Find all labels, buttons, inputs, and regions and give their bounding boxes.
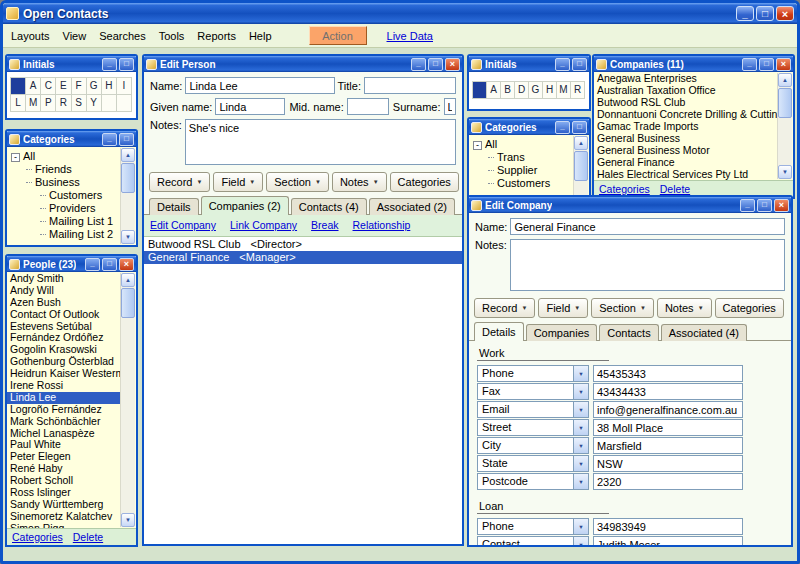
dropdown-arrow-icon[interactable]: ▼	[573, 420, 588, 435]
menu-help[interactable]: Help	[249, 30, 272, 42]
relationship-link[interactable]: Relationship	[353, 219, 411, 231]
initial-cell[interactable]	[101, 94, 117, 112]
categories-link[interactable]: Categories	[12, 531, 63, 543]
minimize-button[interactable]: _	[736, 6, 754, 21]
category-item[interactable]: Supplier	[473, 164, 572, 177]
maximize-button[interactable]: □	[119, 133, 134, 146]
maximize-button[interactable]: □	[102, 258, 117, 271]
tab-associated[interactable]: Associated (2)	[369, 198, 455, 215]
initial-cell[interactable]: I	[116, 77, 132, 95]
scrollbar[interactable]: ▲ ▼	[777, 73, 792, 179]
initial-cell[interactable]: P	[40, 94, 56, 112]
close-button[interactable]: ×	[119, 258, 134, 271]
association-row-selected[interactable]: General Finance <Manager>	[144, 251, 462, 264]
category-item[interactable]: Mailing List 1	[11, 215, 119, 228]
action-button[interactable]: Action	[309, 26, 367, 45]
category-item[interactable]: Providers	[11, 202, 119, 215]
surname-input[interactable]	[444, 98, 457, 115]
scroll-down-button[interactable]: ▼	[778, 165, 792, 179]
section-button[interactable]: Section▼	[266, 172, 329, 192]
field-type-select[interactable]: Street▼	[477, 419, 589, 436]
person-row[interactable]: Heidrun Kaiser Westermeier	[7, 368, 120, 380]
company-row[interactable]: Gamac Trade Imports	[594, 121, 777, 133]
live-data-link[interactable]: Live Data	[387, 30, 433, 42]
initial-cell[interactable]	[472, 81, 487, 99]
dropdown-arrow-icon[interactable]: ▼	[573, 519, 588, 534]
scroll-thumb[interactable]	[574, 151, 588, 181]
field-type-select[interactable]: Contact▼	[477, 536, 589, 545]
category-item[interactable]: -All	[473, 138, 572, 151]
dropdown-arrow-icon[interactable]: ▼	[573, 474, 588, 489]
initial-cell[interactable]: B	[500, 81, 515, 99]
company-row[interactable]: Donnantuoni Concrete Drilling & Cutting	[594, 109, 777, 121]
scrollbar[interactable]: ▲ ▼	[120, 273, 135, 527]
initial-cell[interactable]: L	[10, 94, 26, 112]
initial-cell[interactable]: R	[570, 81, 585, 99]
initial-cell[interactable]: F	[71, 77, 87, 95]
initial-cell[interactable]	[116, 94, 132, 112]
notes-textarea[interactable]: She's nice	[185, 119, 456, 165]
mid-name-input[interactable]	[347, 98, 389, 115]
person-row[interactable]: Gogolin Krasowski	[7, 344, 120, 356]
scroll-thumb[interactable]	[121, 288, 135, 318]
initial-cell[interactable]: H	[101, 77, 117, 95]
tab-details[interactable]: Details	[149, 198, 199, 215]
name-input[interactable]	[185, 77, 335, 94]
person-row[interactable]: Sandy Württemberg	[7, 499, 120, 511]
person-row[interactable]: Estevens Setúbal	[7, 321, 120, 333]
company-row[interactable]: General Business	[594, 133, 777, 145]
section-header-work[interactable]: Work	[477, 345, 609, 361]
person-row[interactable]: Robert Scholl	[7, 475, 120, 487]
field-value-input[interactable]	[593, 365, 743, 382]
person-row[interactable]: Irene Rossi	[7, 380, 120, 392]
minimize-button[interactable]: _	[555, 121, 570, 134]
given-name-input[interactable]	[215, 98, 285, 115]
menu-tools[interactable]: Tools	[159, 30, 185, 42]
notes-button[interactable]: Notes▼	[332, 172, 387, 192]
company-row[interactable]: Australian Taxation Office	[594, 85, 777, 97]
delete-link[interactable]: Delete	[73, 531, 103, 543]
title-input[interactable]	[364, 77, 456, 94]
tab-contacts[interactable]: Contacts	[599, 324, 658, 341]
category-item[interactable]: Business	[11, 176, 119, 189]
section-header-loan[interactable]: Loan	[477, 498, 609, 514]
initial-cell[interactable]: R	[55, 94, 71, 112]
person-row[interactable]: Mark Schönbächler	[7, 416, 120, 428]
initial-cell[interactable]: M	[556, 81, 571, 99]
delete-link[interactable]: Delete	[660, 183, 690, 195]
link-company-link[interactable]: Link Company	[230, 219, 297, 231]
initial-cell[interactable]: D	[514, 81, 529, 99]
minimize-button[interactable]: _	[85, 258, 100, 271]
scroll-thumb[interactable]	[778, 88, 792, 118]
scroll-up-button[interactable]: ▲	[778, 73, 792, 87]
person-row[interactable]: Andy Smith	[7, 273, 120, 285]
categories-right-titlebar[interactable]: Categories _ □	[469, 119, 589, 135]
close-button[interactable]: ×	[774, 199, 789, 212]
scroll-down-button[interactable]: ▼	[121, 230, 135, 244]
dropdown-arrow-icon[interactable]: ▼	[573, 366, 588, 381]
category-item[interactable]: -All	[11, 150, 119, 163]
categories-left-titlebar[interactable]: Categories _ □	[7, 131, 136, 147]
initial-cell[interactable]: G	[528, 81, 543, 99]
person-row[interactable]: René Haby	[7, 463, 120, 475]
scroll-up-button[interactable]: ▲	[574, 136, 588, 150]
company-row[interactable]: Butwood RSL Club	[594, 97, 777, 109]
minimize-button[interactable]: _	[411, 58, 426, 71]
tree-collapse-icon[interactable]: -	[11, 153, 20, 162]
person-row[interactable]: Sinemoretz Kalatchev	[7, 511, 120, 523]
company-row[interactable]: General Business Motor	[594, 145, 777, 157]
maximize-button[interactable]: □	[756, 6, 774, 21]
maximize-button[interactable]: □	[759, 58, 774, 71]
break-link[interactable]: Break	[311, 219, 338, 231]
companies-titlebar[interactable]: Companies (11) _ □ ×	[594, 56, 793, 72]
minimize-button[interactable]: _	[102, 58, 117, 71]
person-row-selected[interactable]: Linda Lee	[7, 392, 120, 404]
field-value-input[interactable]	[593, 437, 743, 454]
field-value-input[interactable]	[593, 419, 743, 436]
notes-button[interactable]: Notes▼	[657, 298, 712, 318]
tab-companies[interactable]: Companies	[526, 324, 598, 341]
field-value-input[interactable]	[593, 401, 743, 418]
person-row[interactable]: Paul White	[7, 439, 120, 451]
dropdown-arrow-icon[interactable]: ▼	[573, 456, 588, 471]
maximize-button[interactable]: □	[572, 121, 587, 134]
